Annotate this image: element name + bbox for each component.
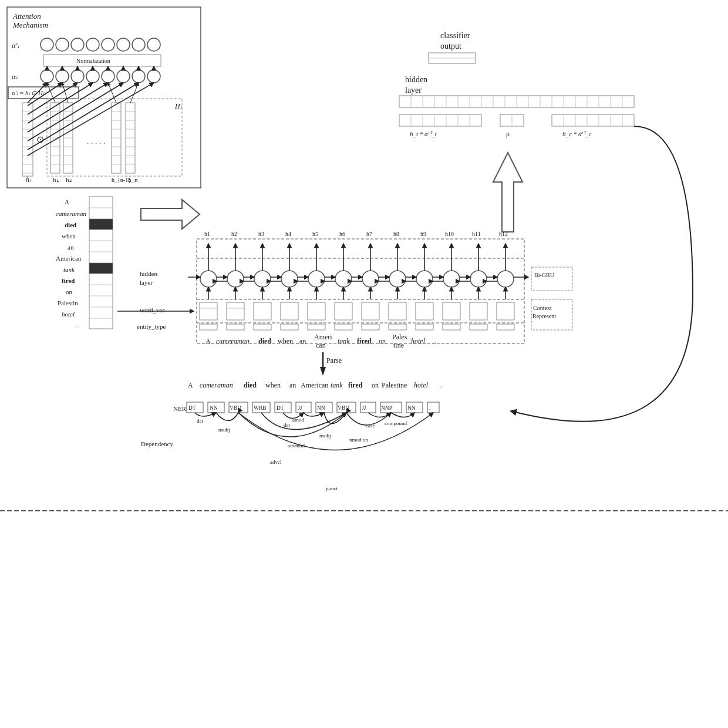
svg-text:entity_type: entity_type — [137, 323, 166, 330]
svg-text:tank: tank — [331, 381, 343, 389]
svg-line-94 — [130, 83, 139, 103]
svg-rect-129 — [500, 114, 524, 126]
svg-text:JJ: JJ — [362, 405, 366, 411]
svg-rect-328 — [380, 402, 402, 413]
svg-text:died: died — [258, 337, 271, 345]
svg-text:h4: h4 — [285, 231, 291, 237]
svg-point-5 — [56, 38, 69, 51]
svg-point-163 — [281, 271, 298, 287]
svg-rect-31 — [8, 87, 79, 99]
svg-point-166 — [362, 271, 379, 287]
svg-text:fired: fired — [357, 337, 372, 345]
svg-rect-247 — [362, 324, 379, 330]
svg-text:tank: tank — [63, 266, 75, 273]
svg-rect-249 — [416, 324, 433, 330]
svg-point-171 — [497, 271, 514, 287]
svg-text:output: output — [440, 42, 461, 50]
svg-text:A: A — [205, 337, 211, 345]
svg-text:hotel: hotel — [62, 311, 75, 318]
svg-text:ρ: ρ — [506, 130, 510, 138]
svg-rect-241 — [200, 324, 217, 330]
svg-text:an: an — [68, 244, 74, 251]
svg-text:hidden: hidden — [405, 75, 427, 84]
svg-rect-56 — [63, 103, 73, 173]
svg-text:Hᵢ: Hᵢ — [174, 102, 182, 110]
svg-rect-226 — [200, 302, 217, 320]
svg-point-10 — [132, 38, 145, 51]
svg-text:h3: h3 — [258, 231, 264, 237]
svg-text:NNP: NNP — [381, 405, 392, 411]
svg-text:on: on — [66, 288, 73, 295]
svg-text:cameraman: cameraman — [56, 210, 86, 217]
svg-rect-132 — [552, 114, 634, 126]
svg-text:h2: h2 — [231, 231, 237, 237]
svg-text:NER: NER — [173, 405, 187, 412]
svg-text:case: case — [366, 423, 375, 429]
svg-text:nsubj: nsubj — [218, 427, 230, 433]
svg-text:amod: amod — [292, 417, 304, 423]
svg-rect-320 — [296, 402, 311, 413]
svg-text:Attention: Attention — [12, 12, 41, 21]
svg-rect-318 — [275, 402, 291, 413]
svg-rect-238 — [470, 302, 487, 320]
svg-text:American: American — [301, 381, 328, 389]
svg-rect-234 — [362, 302, 379, 320]
svg-point-22 — [147, 70, 160, 83]
svg-rect-316 — [252, 402, 270, 413]
svg-line-85 — [28, 83, 77, 114]
svg-text:DT: DT — [188, 405, 196, 411]
svg-rect-66 — [112, 103, 121, 173]
svg-point-21 — [132, 70, 145, 83]
svg-rect-237 — [443, 302, 460, 320]
svg-rect-250 — [443, 324, 460, 330]
svg-text:when: when — [62, 232, 76, 240]
svg-rect-310 — [187, 402, 203, 413]
svg-point-165 — [335, 271, 352, 287]
svg-text:h5: h5 — [312, 231, 318, 237]
svg-text:h₁: h₁ — [53, 176, 59, 183]
svg-point-18 — [86, 70, 99, 83]
svg-text:h₂: h₂ — [66, 176, 72, 183]
svg-point-11 — [147, 38, 160, 51]
svg-text:can: can — [316, 341, 326, 349]
svg-text:an: an — [299, 337, 306, 345]
svg-rect-245 — [308, 324, 325, 330]
svg-rect-314 — [229, 402, 248, 413]
svg-rect-232 — [308, 302, 325, 320]
svg-text:Pales: Pales — [392, 333, 407, 341]
svg-point-9 — [117, 38, 130, 51]
svg-rect-231 — [281, 302, 298, 320]
svg-text:nsubj: nsubj — [319, 433, 331, 439]
svg-line-84 — [28, 83, 62, 106]
svg-text:tine: tine — [393, 341, 404, 349]
svg-text:on: on — [379, 337, 386, 345]
svg-rect-101 — [399, 96, 634, 107]
svg-point-164 — [308, 271, 325, 287]
svg-marker-295 — [320, 367, 326, 376]
svg-text:JJ: JJ — [298, 405, 302, 411]
svg-rect-324 — [337, 402, 356, 413]
svg-rect-322 — [316, 402, 332, 413]
svg-text:αᵢ: αᵢ — [12, 72, 18, 81]
svg-rect-326 — [360, 402, 376, 413]
svg-point-170 — [470, 271, 487, 287]
svg-text:when: when — [278, 337, 293, 345]
svg-text:when: when — [265, 381, 281, 389]
svg-rect-97 — [429, 53, 476, 63]
svg-text:fired: fired — [348, 381, 363, 389]
svg-point-161 — [227, 271, 244, 287]
svg-rect-236 — [416, 302, 433, 320]
svg-rect-254 — [89, 197, 113, 329]
svg-rect-121 — [399, 114, 481, 126]
svg-text:layer: layer — [405, 86, 422, 95]
svg-text:Ameri: Ameri — [314, 333, 332, 341]
svg-rect-154 — [197, 239, 524, 343]
svg-text:A: A — [65, 198, 69, 205]
svg-text:. . . . .: . . . . . — [87, 137, 106, 146]
svg-text:Normalization: Normalization — [76, 58, 110, 64]
svg-line-88 — [28, 83, 123, 141]
svg-text:American: American — [56, 255, 82, 262]
svg-rect-75 — [126, 103, 135, 173]
svg-point-20 — [117, 70, 130, 83]
svg-text:.: . — [429, 405, 430, 411]
